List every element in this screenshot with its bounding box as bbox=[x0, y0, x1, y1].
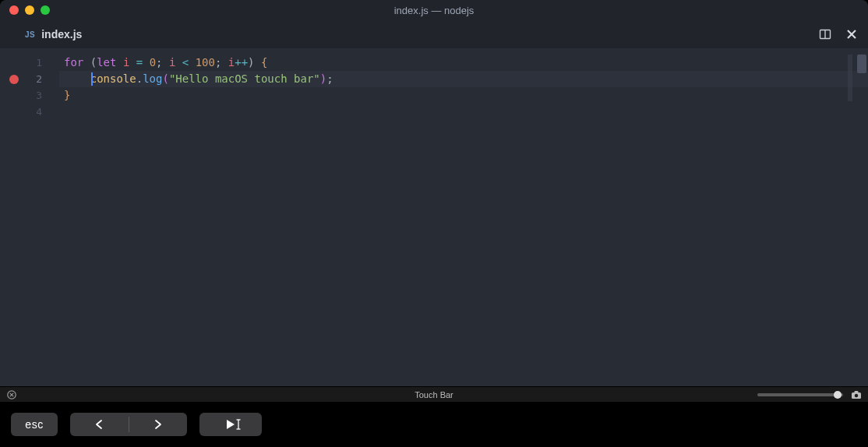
line-number[interactable]: 1 bbox=[0, 55, 59, 71]
touchbar-zoom-slider[interactable] bbox=[757, 393, 843, 396]
tab-label: index.js bbox=[41, 28, 82, 40]
window-maximize-button[interactable] bbox=[41, 5, 50, 15]
window-title: index.js — nodejs bbox=[0, 5, 868, 16]
line-number[interactable]: 3 bbox=[0, 87, 59, 104]
close-tab-icon[interactable] bbox=[845, 27, 859, 41]
line-number[interactable]: 4 bbox=[0, 104, 59, 120]
touchbar-title: Touch Bar bbox=[415, 390, 453, 399]
svg-point-9 bbox=[855, 393, 858, 396]
slider-thumb[interactable] bbox=[834, 391, 842, 399]
tab-index-js[interactable]: JS index.js bbox=[22, 20, 85, 48]
camera-icon[interactable] bbox=[851, 390, 862, 399]
touchbar: esc bbox=[0, 402, 868, 447]
window-close-button[interactable] bbox=[9, 5, 19, 15]
code-editor[interactable]: 1 2 3 4 for (let i = 0; i < 100; i++) { … bbox=[0, 48, 868, 386]
code-line[interactable]: } bbox=[59, 87, 868, 104]
gutter[interactable]: 1 2 3 4 bbox=[0, 48, 59, 386]
traffic-lights bbox=[9, 5, 50, 15]
window-minimize-button[interactable] bbox=[25, 5, 34, 15]
touchbar-header: Touch Bar bbox=[0, 386, 868, 402]
ibeam-cursor-icon bbox=[235, 418, 242, 431]
split-editor-icon[interactable] bbox=[818, 27, 832, 41]
line-number[interactable]: 2 bbox=[0, 71, 59, 87]
svg-marker-10 bbox=[227, 420, 235, 429]
editor-window: index.js — nodejs JS index.js 1 2 3 4 bbox=[0, 0, 868, 386]
scrollbar-vertical[interactable] bbox=[857, 55, 866, 73]
touchbar-nav-group bbox=[70, 413, 187, 436]
svg-rect-8 bbox=[855, 391, 859, 393]
code-line[interactable]: for (let i = 0; i < 100; i++) { bbox=[59, 55, 868, 71]
touchbar-forward-button[interactable] bbox=[129, 419, 188, 430]
text-cursor bbox=[91, 72, 93, 86]
touchbar-back-button[interactable] bbox=[70, 419, 129, 430]
titlebar: index.js — nodejs bbox=[0, 0, 868, 20]
touchbar-esc-button[interactable]: esc bbox=[11, 413, 58, 436]
touchbar-play-button[interactable] bbox=[199, 413, 262, 436]
code-area[interactable]: for (let i = 0; i < 100; i++) { console.… bbox=[59, 48, 868, 386]
touchbar-close-icon[interactable] bbox=[6, 389, 17, 400]
js-file-icon: JS bbox=[25, 30, 35, 39]
code-line[interactable] bbox=[59, 104, 868, 120]
minimap[interactable] bbox=[848, 55, 852, 101]
breakpoint-icon[interactable] bbox=[9, 75, 19, 84]
tabbar: JS index.js bbox=[0, 20, 868, 48]
code-line-active[interactable]: console.log("Hello macOS touch bar"); bbox=[59, 71, 868, 87]
